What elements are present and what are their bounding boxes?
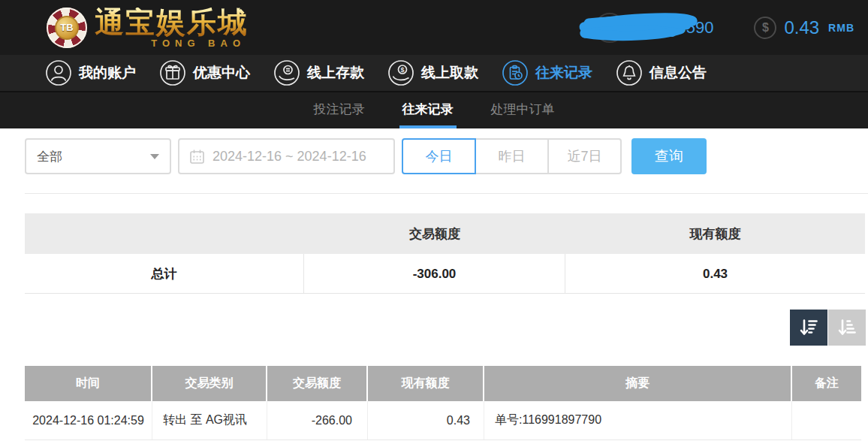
- poker-chip-icon: TB: [47, 8, 87, 48]
- top-header: TB 通宝娱乐城 TONG BAO ng8590 $ 0.43 RMB: [0, 0, 868, 55]
- col-header-type: 交易类别: [152, 366, 267, 401]
- sort-controls: [25, 310, 866, 346]
- col-header-summary: 摘要: [484, 366, 792, 401]
- col-header-note: 备注: [792, 366, 861, 401]
- cell-type: 转出 至 AG视讯: [152, 401, 267, 439]
- nav-item-promotions[interactable]: 优惠中心: [159, 59, 250, 86]
- site-logo[interactable]: TB 通宝娱乐城 TONG BAO: [47, 8, 249, 48]
- range-last7days-button[interactable]: 近7日: [547, 138, 622, 174]
- nav-item-my-account[interactable]: 我的账户: [45, 59, 136, 86]
- records-header-row: 时间 交易类别 交易额度 现有额度 摘要 备注: [25, 366, 861, 401]
- range-today-button[interactable]: 今日: [402, 138, 476, 174]
- summary-total-row: 总计 -306.00 0.43: [25, 254, 865, 294]
- cell-time: 2024-12-16 01:24:59: [25, 401, 152, 439]
- type-dropdown[interactable]: 全部: [25, 138, 171, 174]
- sub-nav: 投注记录 往来记录 处理中订单: [0, 92, 868, 128]
- date-range-value: 2024-12-16 ~ 2024-12-16: [212, 149, 366, 165]
- nav-item-transaction-records[interactable]: 往来记录: [502, 59, 592, 86]
- cell-amount: -266.00: [267, 401, 368, 439]
- deposit-icon: [273, 59, 300, 86]
- calendar-icon: [189, 149, 205, 165]
- filter-separator: [25, 193, 868, 194]
- col-header-balance: 现有额度: [368, 366, 484, 401]
- withdraw-icon: $: [387, 59, 414, 86]
- tab-transaction-records[interactable]: 往来记录: [399, 92, 457, 128]
- balance-currency: RMB: [828, 22, 854, 34]
- nav-item-withdraw[interactable]: $ 线上取款: [387, 59, 478, 86]
- site-subtitle: TONG BAO: [151, 38, 246, 48]
- records-table: 时间 交易类别 交易额度 现有额度 摘要 备注 2024-12-16 01:24…: [25, 366, 861, 440]
- summary-total-label: 总计: [25, 254, 304, 294]
- summary-total-balance: 0.43: [565, 254, 865, 294]
- tab-pending-orders[interactable]: 处理中订单: [488, 92, 558, 128]
- type-dropdown-value: 全部: [37, 148, 62, 165]
- gift-icon: [159, 59, 186, 86]
- sort-descending-icon: [798, 317, 819, 338]
- cell-note: [792, 401, 861, 439]
- main-nav: 我的账户 优惠中心 线上存款 $ 线上取款 往来记录 信息公告: [0, 55, 868, 92]
- sort-descending-button[interactable]: [790, 310, 827, 346]
- summary-table: 交易额度 现有额度 总计 -306.00 0.43: [25, 213, 865, 294]
- cell-summary: 单号:116991897790: [484, 401, 792, 439]
- svg-text:$: $: [400, 66, 404, 74]
- chip-label: TB: [55, 16, 79, 40]
- search-button[interactable]: 查询: [631, 138, 707, 174]
- summary-header-current-balance: 现有额度: [565, 225, 865, 243]
- username-area[interactable]: ng8590: [574, 11, 715, 45]
- quick-range-group: 今日 昨日 近7日: [402, 138, 622, 174]
- tab-betting-records[interactable]: 投注记录: [311, 92, 368, 128]
- balance-amount: 0.43: [784, 17, 819, 38]
- records-icon: [502, 59, 529, 86]
- sort-ascending-icon: [836, 317, 857, 338]
- date-range-input[interactable]: 2024-12-16 ~ 2024-12-16: [178, 138, 395, 174]
- nav-item-deposit[interactable]: 线上存款: [273, 59, 364, 86]
- redaction-scribble: [574, 11, 715, 45]
- col-header-amount: 交易额度: [267, 366, 368, 401]
- chevron-down-icon: [150, 154, 159, 159]
- summary-header-row: 交易额度 现有额度: [25, 213, 865, 254]
- cell-balance: 0.43: [368, 401, 484, 439]
- summary-total-amount: -306.00: [304, 254, 565, 294]
- announcement-bell-icon: [616, 59, 643, 86]
- range-yesterday-button[interactable]: 昨日: [475, 138, 549, 174]
- balance-display: $ 0.43 RMB: [754, 17, 854, 39]
- content-area: 全部 2024-12-16 ~ 2024-12-16 今日 昨日 近7日 查询 …: [0, 128, 868, 440]
- user-icon: [45, 59, 72, 86]
- filter-row: 全部 2024-12-16 ~ 2024-12-16 今日 昨日 近7日 查询: [25, 138, 868, 174]
- nav-item-announcements[interactable]: 信息公告: [616, 59, 707, 86]
- summary-header-transaction-amount: 交易额度: [304, 225, 565, 243]
- table-row[interactable]: 2024-12-16 01:24:59 转出 至 AG视讯 -266.00 0.…: [25, 401, 861, 440]
- sort-ascending-button[interactable]: [828, 310, 866, 346]
- dollar-icon: $: [754, 17, 776, 39]
- col-header-time: 时间: [25, 366, 152, 401]
- site-title: 通宝娱乐城: [95, 8, 249, 37]
